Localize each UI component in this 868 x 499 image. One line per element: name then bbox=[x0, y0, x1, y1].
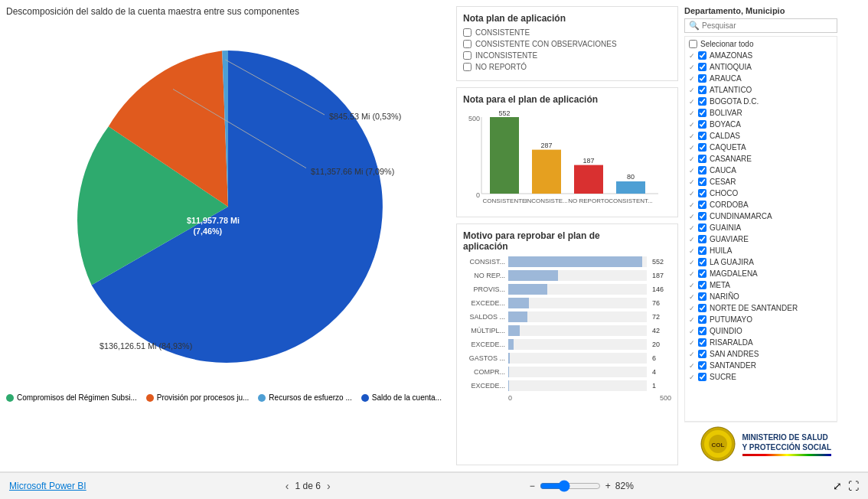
label-no-reporto: NO REPORTÓ bbox=[475, 63, 527, 71]
dept-checkbox[interactable] bbox=[698, 166, 706, 174]
dept-item[interactable]: ✓ CASANARE bbox=[687, 153, 835, 165]
legend-label-recursos: Recursos de esfuerzo ... bbox=[269, 393, 351, 402]
dept-checkbox[interactable] bbox=[698, 97, 706, 106]
dept-checkbox[interactable] bbox=[698, 132, 706, 140]
dept-item[interactable]: ✓ GUAINIA bbox=[687, 222, 835, 233]
dept-checkbox[interactable] bbox=[698, 143, 706, 152]
label-compromisos-val: $11,957.78 Mi bbox=[187, 216, 240, 225]
prev-page-button[interactable]: ‹ bbox=[286, 480, 289, 492]
dept-item[interactable]: Selecionar todo bbox=[687, 38, 835, 50]
zoom-plus-button[interactable]: + bbox=[605, 481, 611, 491]
dept-item[interactable]: ✓ CUNDINAMARCA bbox=[687, 210, 835, 222]
check-consistente[interactable] bbox=[463, 28, 472, 37]
dept-item[interactable]: ✓ BOLIVAR bbox=[687, 107, 835, 119]
dept-checkbox[interactable] bbox=[698, 281, 706, 289]
dept-checkbox[interactable] bbox=[698, 292, 706, 301]
checkbox-no-reporto[interactable]: NO REPORTÓ bbox=[463, 63, 671, 71]
share-icon[interactable]: ⤢ bbox=[833, 480, 842, 492]
dept-label: CESAR bbox=[710, 178, 736, 186]
dept-checkbox[interactable] bbox=[698, 155, 706, 163]
dept-item[interactable]: ✓ HUILA bbox=[687, 245, 835, 256]
dept-label: LA GUAJIRA bbox=[710, 258, 754, 266]
dept-item[interactable]: ✓ PUTUMAYO bbox=[687, 314, 835, 325]
dept-item[interactable]: ✓ CORDOBA bbox=[687, 199, 835, 210]
axis-label-500: 500 bbox=[660, 394, 671, 402]
dept-checkbox[interactable] bbox=[698, 86, 706, 94]
dept-item[interactable]: ✓ META bbox=[687, 279, 835, 291]
dept-label: HUILA bbox=[710, 246, 732, 255]
dept-label: MAGDALENA bbox=[710, 269, 758, 278]
dept-item[interactable]: ✓ SANTANDER bbox=[687, 360, 835, 371]
search-box[interactable]: 🔍 bbox=[684, 18, 837, 33]
dept-item[interactable]: ✓ CESAR bbox=[687, 176, 835, 188]
dept-item[interactable]: ✓ GUAVIARE bbox=[687, 233, 835, 245]
dept-item[interactable]: ✓ CALDAS bbox=[687, 130, 835, 142]
dept-checkbox[interactable] bbox=[698, 361, 706, 370]
dept-checkbox[interactable] bbox=[698, 235, 706, 243]
dept-item[interactable]: ✓ RISARALDA bbox=[687, 337, 835, 348]
content-area: Descomposición del saldo de la cuenta ma… bbox=[0, 0, 868, 471]
motivo-bar-bg bbox=[508, 380, 647, 391]
check-no-reporto[interactable] bbox=[463, 63, 472, 71]
dept-checkbox[interactable] bbox=[698, 51, 706, 60]
dept-item[interactable]: ✓ QUINDIO bbox=[687, 325, 835, 337]
dept-checkbox[interactable] bbox=[698, 373, 706, 381]
dept-label: QUINDIO bbox=[710, 327, 742, 335]
page-total: 6 bbox=[315, 481, 321, 491]
dept-checkbox[interactable] bbox=[698, 304, 706, 312]
fullscreen-icon[interactable]: ⛶ bbox=[848, 480, 859, 492]
dept-item[interactable]: ✓ CHOCO bbox=[687, 188, 835, 199]
dept-item[interactable]: ✓ AMAZONAS bbox=[687, 50, 835, 61]
powerbi-link[interactable]: Microsoft Power BI bbox=[9, 481, 86, 491]
checkbox-consistente-obs[interactable]: CONSISTENTE CON OBSERVACIONES bbox=[463, 40, 671, 48]
dept-item[interactable]: ✓ CAUCA bbox=[687, 165, 835, 176]
dept-checkbox[interactable] bbox=[698, 315, 706, 324]
dept-checkbox[interactable] bbox=[698, 327, 706, 335]
dept-item[interactable]: ✓ SUCRE bbox=[687, 371, 835, 383]
check-inconsistente[interactable] bbox=[463, 51, 472, 60]
motivo-bar-fill bbox=[508, 353, 510, 364]
dept-checkbox[interactable] bbox=[698, 120, 706, 129]
dept-list[interactable]: Selecionar todo ✓ AMAZONAS ✓ ANTIOQUIA ✓… bbox=[684, 36, 837, 422]
nota-plan-title: Nota plan de aplicación bbox=[463, 13, 671, 24]
dept-checkbox[interactable] bbox=[698, 74, 706, 83]
zoom-minus-button[interactable]: − bbox=[530, 481, 535, 491]
dept-checkbox[interactable] bbox=[698, 63, 706, 71]
dept-checkbox[interactable] bbox=[698, 189, 706, 197]
dept-checkbox[interactable] bbox=[698, 212, 706, 220]
label-recursos: $845.53 Mi (0,53%) bbox=[329, 112, 401, 121]
nota-plan-bar-title: Nota para el plan de aplicación bbox=[463, 94, 671, 105]
dept-checkbox[interactable] bbox=[698, 223, 706, 232]
dept-item[interactable]: ✓ NARIÑO bbox=[687, 291, 835, 302]
dept-item[interactable]: ✓ BOGOTA D.C. bbox=[687, 96, 835, 107]
label-compromisos-pct: (7,46%) bbox=[193, 227, 222, 236]
dept-checkbox[interactable] bbox=[698, 350, 706, 358]
dept-item[interactable]: ✓ SAN ANDRES bbox=[687, 348, 835, 360]
check-consistente-obs[interactable] bbox=[463, 40, 472, 48]
checkbox-consistente[interactable]: CONSISTENTE bbox=[463, 28, 671, 37]
dept-item[interactable]: ✓ CAQUETA bbox=[687, 142, 835, 153]
checkbox-inconsistente[interactable]: INCONSISTENTE bbox=[463, 51, 671, 60]
dept-item[interactable]: ✓ ARAUCA bbox=[687, 73, 835, 84]
dept-item[interactable]: ✓ LA GUAJIRA bbox=[687, 256, 835, 268]
dept-checkbox[interactable] bbox=[698, 246, 706, 255]
dept-item[interactable]: ✓ BOYACA bbox=[687, 119, 835, 130]
dept-item[interactable]: ✓ ATLANTICO bbox=[687, 84, 835, 96]
dept-item[interactable]: ✓ ANTIOQUIA bbox=[687, 61, 835, 73]
nota-plan-bar-section: Nota para el plan de aplicación 500 0 55… bbox=[456, 87, 678, 217]
dept-checkbox[interactable] bbox=[698, 201, 706, 209]
dept-checkbox[interactable] bbox=[698, 178, 706, 186]
zoom-slider[interactable] bbox=[540, 480, 601, 492]
dept-checkbox[interactable] bbox=[698, 338, 706, 347]
motivo-label: CONSIST... bbox=[463, 258, 505, 266]
dept-label: NORTE DE SANTANDER bbox=[710, 304, 798, 312]
dept-checkbox[interactable] bbox=[698, 109, 706, 117]
dept-checkbox[interactable] bbox=[689, 40, 697, 48]
dept-checkbox[interactable] bbox=[698, 269, 706, 278]
dept-checkbox[interactable] bbox=[698, 258, 706, 266]
dept-search-input[interactable] bbox=[702, 21, 833, 30]
pie-chart-svg: $845.53 Mi (0,53%) $11,357.66 Mi (7,09%)… bbox=[44, 23, 412, 390]
next-page-button[interactable]: › bbox=[327, 480, 331, 492]
dept-item[interactable]: ✓ MAGDALENA bbox=[687, 268, 835, 279]
dept-item[interactable]: ✓ NORTE DE SANTANDER bbox=[687, 302, 835, 314]
